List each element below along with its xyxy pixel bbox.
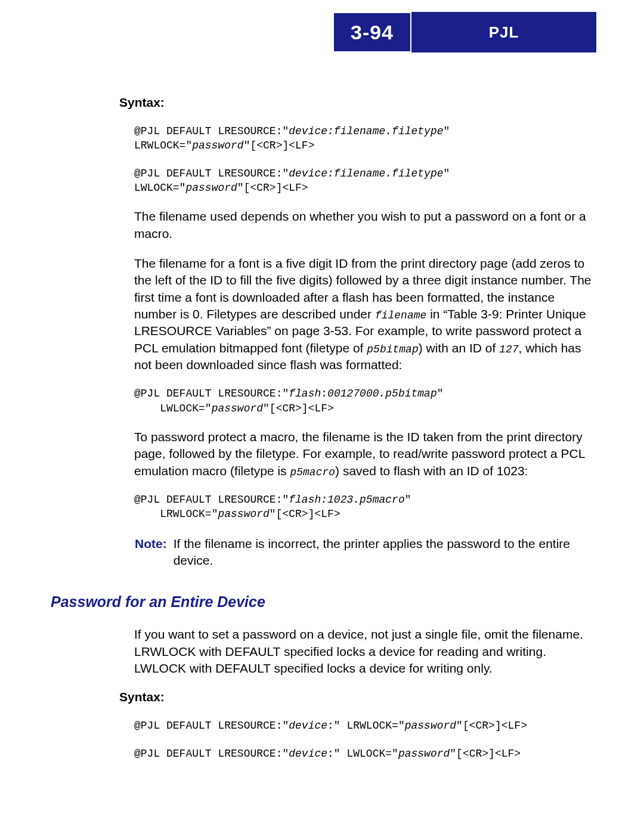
code-text: "[<CR>]<LF>: [244, 140, 315, 151]
code-italic: password: [218, 508, 269, 520]
note-label: Note:: [135, 537, 167, 550]
code-block-6: @PJL DEFAULT LRESOURCE:"device:" LWLOCK=…: [134, 747, 593, 761]
page-number: 3-94: [351, 21, 394, 44]
paragraph-3: To password protect a macro, the filenam…: [134, 429, 593, 479]
code-text: @PJL DEFAULT LRESOURCE:": [134, 388, 289, 400]
code-italic: flash: [289, 388, 321, 400]
code-italic: 00127000.p5bitmap: [327, 388, 437, 400]
code-text: @PJL DEFAULT LRESOURCE:": [134, 125, 289, 137]
syntax-label-1: Syntax:: [119, 95, 593, 110]
note-block: Note: If the filename is incorrect, the …: [134, 535, 593, 570]
code-text: "[<CR>]<LF>: [450, 748, 521, 760]
code-block-2: @PJL DEFAULT LRESOURCE:"device:filename.…: [134, 166, 593, 196]
para-text: ) saved to flash with an ID of 1023:: [335, 464, 528, 478]
code-block-4: @PJL DEFAULT LRESOURCE:"flash:1023.p5mac…: [134, 493, 593, 522]
section-heading: Password for an Entire Device: [51, 593, 593, 611]
paragraph-1: The filename used depends on whether you…: [134, 208, 593, 242]
code-italic: password: [212, 402, 263, 414]
code-text: "[<CR>]<LF>: [456, 720, 527, 732]
header-title: PJL: [411, 23, 596, 42]
code-text: :" LWLOCK=": [327, 748, 398, 760]
code-block-5: @PJL DEFAULT LRESOURCE:"device:" LRWLOCK…: [134, 719, 593, 733]
code-italic: device:filename.filetype: [289, 125, 443, 137]
code-italic: device:filename.filetype: [289, 168, 443, 179]
para-mono: 127: [499, 343, 518, 355]
code-text: "[<CR>]<LF>: [237, 182, 308, 194]
paragraph-2: The filename for a font is a five digit …: [134, 255, 593, 373]
page: 3-94 PJL Syntax: @PJL DEFAULT LRESOURCE:…: [0, 0, 644, 833]
para-mono: filename: [375, 309, 426, 321]
code-italic: password: [185, 182, 237, 194]
para-mono: p5bitmap: [367, 343, 418, 355]
code-text: @PJL DEFAULT LRESOURCE:": [134, 720, 289, 732]
para-text: ) with an ID of: [419, 341, 499, 355]
header-bar: 3-94 PJL: [333, 12, 596, 52]
note-text: If the filename is incorrect, the printe…: [174, 537, 570, 567]
code-text: @PJL DEFAULT LRESOURCE:": [134, 168, 289, 179]
code-italic: password: [405, 720, 456, 732]
code-italic: password: [192, 140, 243, 151]
code-italic: flash:1023.p5macro: [289, 494, 404, 506]
para-mono: p5macro: [290, 466, 335, 478]
syntax-label-2: Syntax:: [119, 690, 593, 704]
code-text: "[<CR>]<LF>: [270, 508, 340, 520]
code-italic: device: [289, 720, 327, 732]
code-text: "[<CR>]<LF>: [263, 402, 334, 414]
code-block-1: @PJL DEFAULT LRESOURCE:"device:filename.…: [134, 124, 593, 153]
code-text: :" LRWLOCK=": [327, 720, 405, 732]
paragraph-4: If you want to set a password on a devic…: [134, 626, 593, 677]
code-text: :: [321, 388, 327, 400]
content-area: Syntax: @PJL DEFAULT LRESOURCE:"device:f…: [51, 95, 593, 774]
code-italic: password: [398, 748, 450, 760]
code-text: @PJL DEFAULT LRESOURCE:": [134, 748, 289, 760]
page-number-box: 3-94: [333, 12, 411, 52]
code-block-3: @PJL DEFAULT LRESOURCE:"flash:00127000.p…: [134, 386, 593, 416]
code-text: @PJL DEFAULT LRESOURCE:": [134, 494, 289, 506]
code-italic: device: [289, 748, 327, 760]
